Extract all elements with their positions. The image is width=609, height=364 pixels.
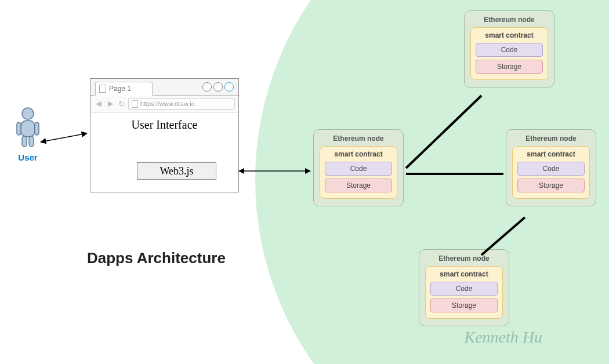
ethereum-node: Ethereum nodesmart contractCodeStorage (419, 249, 509, 326)
storage-block: Storage (517, 179, 585, 192)
svg-point-0 (22, 108, 34, 119)
author-watermark: Kenneth Hu (464, 328, 542, 347)
contract-title: smart contract (476, 31, 543, 39)
svg-rect-1 (21, 121, 35, 137)
smart-contract: smart contractCodeStorage (320, 146, 397, 199)
window-dot[interactable] (224, 82, 234, 92)
browser-body: User Interface Web3.js (90, 112, 238, 193)
node-title: Ethereum node (512, 134, 590, 143)
browser-tabbar: Page 1 (90, 79, 238, 96)
window-dot[interactable] (213, 82, 223, 92)
user-figure: User (10, 107, 45, 162)
svg-rect-4 (22, 136, 27, 147)
url-bar[interactable]: https://www.draw.io (128, 98, 235, 110)
tab-label: Page 1 (109, 85, 131, 93)
back-icon[interactable]: ◄ (94, 99, 103, 108)
contract-title: smart contract (517, 150, 585, 158)
svg-rect-2 (17, 122, 21, 135)
reload-icon[interactable]: ↻ (118, 100, 125, 108)
svg-rect-3 (35, 122, 39, 135)
ethereum-node: Ethereum nodesmart contractCodeStorage (313, 129, 404, 206)
smart-contract: smart contractCodeStorage (512, 146, 590, 199)
person-icon (15, 107, 41, 148)
svg-rect-5 (29, 136, 34, 147)
window-controls (202, 82, 234, 92)
code-block: Code (517, 162, 585, 176)
browser-window: Page 1 ◄ ► ↻ https://www.draw.io User In… (90, 78, 239, 192)
storage-block: Storage (476, 60, 543, 74)
node-title: Ethereum node (320, 134, 397, 143)
smart-contract: smart contractCodeStorage (470, 27, 548, 80)
window-dot[interactable] (202, 82, 212, 92)
browser-tab[interactable]: Page 1 (95, 82, 153, 96)
url-text: https://www.draw.io (140, 100, 195, 107)
ui-title: User Interface (90, 118, 238, 132)
diagram-title: Dapps Architecture (87, 249, 226, 267)
web3-box: Web3.js (137, 162, 216, 180)
page-icon (132, 100, 138, 108)
node-title: Ethereum node (470, 16, 548, 24)
forward-icon[interactable]: ► (106, 99, 115, 108)
document-icon (99, 85, 106, 93)
storage-block: Storage (325, 179, 392, 192)
web3-label: Web3.js (160, 165, 193, 177)
code-block: Code (476, 43, 543, 57)
ethereum-node: Ethereum nodesmart contractCodeStorage (506, 129, 596, 206)
code-block: Code (430, 282, 498, 296)
node-title: Ethereum node (425, 254, 503, 263)
code-block: Code (325, 162, 392, 176)
ethereum-node: Ethereum nodesmart contractCodeStorage (464, 10, 554, 88)
storage-block: Storage (430, 299, 498, 312)
browser-toolbar: ◄ ► ↻ https://www.draw.io (90, 96, 238, 112)
smart-contract: smart contractCodeStorage (425, 266, 503, 319)
contract-title: smart contract (430, 270, 498, 278)
user-label: User (10, 152, 45, 162)
contract-title: smart contract (325, 150, 392, 158)
